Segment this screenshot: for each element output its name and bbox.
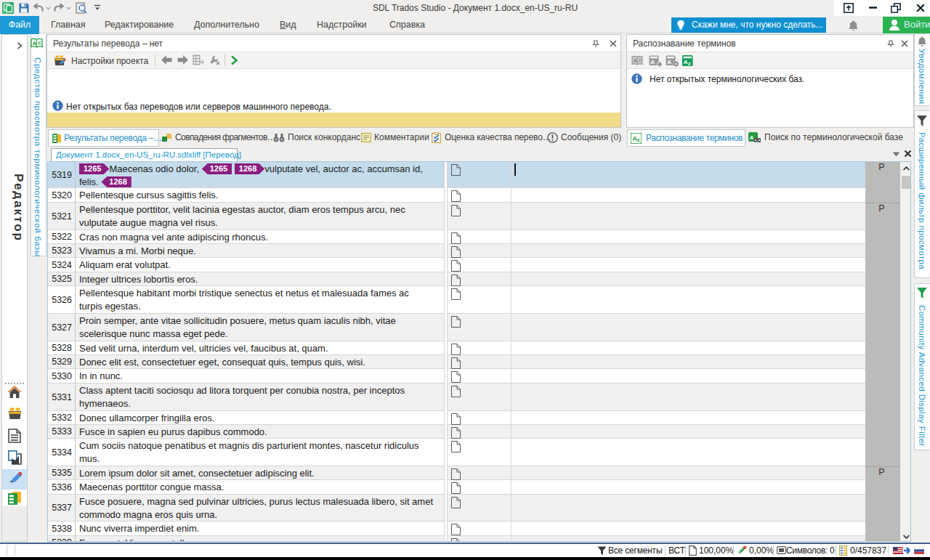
svg-text:z: z [688, 60, 691, 67]
svg-text:A: A [667, 59, 671, 65]
svg-text:A: A [33, 40, 37, 46]
svg-text:A: A [634, 57, 638, 64]
svg-text:A: A [650, 59, 655, 65]
svg-text:z: z [637, 137, 640, 143]
svg-text:A: A [750, 134, 754, 141]
